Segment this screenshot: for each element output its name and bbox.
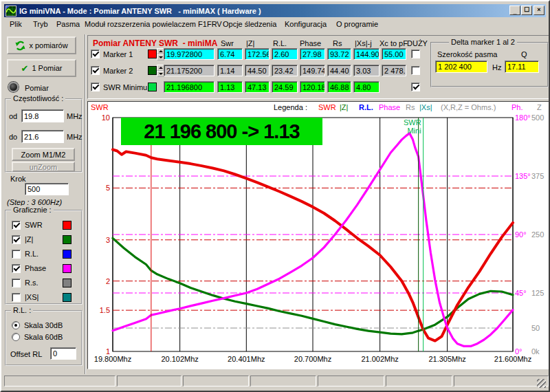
graph-rs-checkbox[interactable] — [12, 279, 21, 287]
graph-xs-color — [63, 293, 72, 302]
status-panel — [183, 375, 249, 386]
swr-min-freq: 21.196800 — [164, 81, 214, 93]
swr-min-label: SWR Minimu — [103, 83, 147, 91]
menu-pasma[interactable]: Pasma — [56, 20, 80, 28]
svg-text:125: 125 — [531, 289, 544, 297]
graph-rl-checkbox[interactable] — [12, 250, 21, 259]
unzoom-button[interactable]: unZoom — [12, 162, 75, 172]
graph-rl-color — [63, 250, 72, 259]
menu-plik[interactable]: Plik — [10, 20, 22, 28]
graph-phase-checkbox[interactable] — [12, 264, 21, 273]
marker1-checkbox[interactable] — [91, 50, 100, 58]
marker1-rs: 93.72 — [327, 48, 351, 60]
swr-min-readout: 21 196 800 -> 1.13 — [121, 118, 322, 145]
status-bar — [4, 374, 546, 388]
single-measure-label: 1 Pomiar — [32, 64, 62, 72]
swr-min-big-checkbox[interactable] — [411, 83, 420, 91]
single-measure-button[interactable]: ✔ 1 Pomiar — [7, 59, 76, 77]
svg-text:0°: 0° — [515, 347, 522, 356]
menu-modul[interactable]: Moduł rozszerzenia powielaczem F1FRV — [85, 20, 222, 28]
graph-group-title: Graficznie : — [11, 206, 54, 214]
swr-min-z: 47.13 — [245, 81, 270, 93]
menu-bar: Plik Tryb Pasma Moduł rozszerzenia powie… — [4, 18, 546, 32]
marker2-freq[interactable]: 21.175200 — [164, 65, 214, 76]
multi-measure-button[interactable]: x pomiarów — [7, 36, 76, 54]
svg-text:21.305Mhz: 21.305Mhz — [428, 355, 465, 363]
offset-rl-label: Offset RL — [10, 350, 42, 358]
zoom-m1m2-button[interactable]: Zoom M1/M2 — [12, 148, 75, 161]
svg-text:250: 250 — [531, 230, 544, 239]
scale30-radio[interactable] — [12, 321, 20, 329]
freq-from-input[interactable] — [21, 109, 64, 122]
window-title: IG miniVNA - Mode : Pomiar ANTENY SWR - … — [19, 7, 261, 15]
graph-swr-label: SWR — [25, 221, 43, 229]
freq-to-input[interactable] — [21, 130, 64, 143]
measure-led-icon — [8, 82, 19, 92]
minimize-button[interactable]: _ — [509, 6, 520, 15]
menu-opcje[interactable]: Opcje śledzenia — [223, 20, 276, 28]
rl-group-title: R.L. : — [11, 306, 33, 314]
svg-text:Mini: Mini — [407, 127, 421, 135]
freq-to-unit: MHz — [67, 133, 82, 141]
svg-text:180°: 180° — [515, 113, 531, 122]
swr-min-phase: 120.18 — [300, 81, 325, 93]
delta-group: Delta marker 1 al 2 Szerokość pasma Q 1 … — [430, 42, 549, 87]
bandwidth-value: 1 202 400 — [435, 61, 487, 73]
refresh-icon — [15, 41, 25, 51]
scale60-radio[interactable] — [12, 333, 20, 341]
svg-text:3: 3 — [106, 236, 110, 244]
swr-min-xs: 4.80 — [353, 81, 380, 93]
graph-rl-label: R.L. — [25, 250, 38, 258]
graph-rs-color — [63, 279, 72, 287]
offset-rl-input[interactable] — [50, 347, 76, 360]
status-panel — [117, 375, 182, 386]
marker2-big-checkbox[interactable] — [411, 66, 420, 75]
swr-min-rs: 46.88 — [327, 81, 351, 93]
chart-panel: SWR Legenda : SWR |Z| R.L. Phase Rs |Xs|… — [87, 101, 550, 369]
status-panel — [386, 375, 452, 386]
marker2-phase: 149.74 — [300, 65, 325, 76]
check-icon: ✔ — [21, 63, 29, 74]
marker2-checkbox[interactable] — [91, 66, 100, 75]
svg-text:375: 375 — [531, 172, 544, 180]
graph-xs-checkbox[interactable] — [12, 293, 21, 302]
menu-tryb[interactable]: Tryb — [33, 20, 48, 28]
svg-text:2: 2 — [106, 277, 110, 285]
menu-konfiguracja[interactable]: Konfiguracja — [285, 20, 327, 28]
marker2-rs: 44.40 — [327, 65, 351, 76]
marker1-z: 172.56 — [245, 48, 270, 60]
menu-o-programie[interactable]: O programie — [336, 20, 378, 28]
title-bar[interactable]: IG miniVNA - Mode : Pomiar ANTENY SWR - … — [4, 4, 546, 17]
marker1-color — [148, 50, 157, 58]
graph-z-checkbox[interactable] — [12, 235, 21, 244]
col-phase: Phase — [300, 39, 321, 47]
marker2-color — [148, 66, 157, 75]
svg-text:90°: 90° — [515, 230, 527, 239]
col-xs: |Xs|-j — [355, 39, 372, 47]
graph-swr-checkbox[interactable] — [12, 221, 21, 230]
bandwidth-unit: Hz — [492, 63, 501, 72]
frequency-group: Częstotliwość : od MHz do MHz Zoom M1/M2… — [5, 98, 82, 173]
graph-z-color — [63, 235, 72, 244]
marker1-freq[interactable]: 19.972800 — [164, 48, 214, 60]
marker2-label: Marker 2 — [103, 67, 133, 75]
scale30-label: Skala 30dB — [24, 321, 63, 329]
marker-table-title: Pomiar ANTENY SWR - miniMA — [93, 39, 217, 48]
maximize-button[interactable]: ☐ — [521, 6, 532, 15]
bandwidth-label: Szerokość pasma — [437, 50, 497, 58]
marker-table: Pomiar ANTENY SWR - miniMA Swr |Z| R.L. … — [87, 35, 550, 99]
close-button[interactable]: × — [534, 6, 544, 15]
resize-grip[interactable] — [537, 379, 546, 388]
svg-text:500: 500 — [531, 113, 544, 122]
frequency-group-title: Częstotliwość : — [11, 94, 65, 102]
status-panel — [318, 375, 384, 386]
marker1-label: Marker 1 — [103, 50, 133, 58]
app-window: IG miniVNA - Mode : Pomiar ANTENY SWR - … — [0, 0, 550, 392]
svg-text:20.401Mhz: 20.401Mhz — [228, 355, 265, 363]
svg-text:SWR: SWR — [404, 118, 421, 127]
graph-phase-color — [63, 264, 72, 273]
swr-min-color — [148, 83, 157, 91]
marker1-big-checkbox[interactable] — [411, 50, 420, 58]
swr-min-checkbox[interactable] — [91, 83, 100, 91]
step-input[interactable] — [25, 183, 69, 195]
